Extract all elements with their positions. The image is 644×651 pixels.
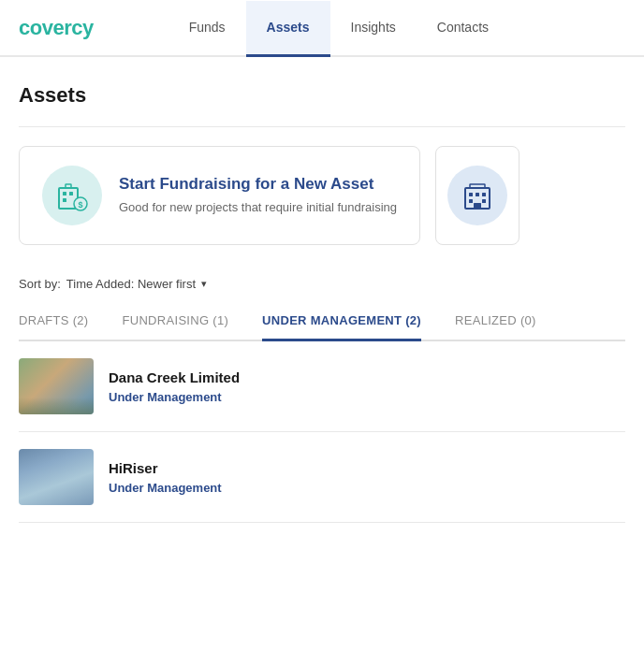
main-nav: Funds Assets Insights Contacts bbox=[168, 0, 509, 55]
building-icon bbox=[461, 179, 494, 212]
asset-info-dana-creek: Dana Creek Limited Under Management bbox=[109, 369, 625, 404]
nav-item-funds[interactable]: Funds bbox=[168, 1, 246, 57]
action-cards-row: $ Start Fundraising for a New Asset Good… bbox=[19, 127, 625, 264]
asset-item-hiriser[interactable]: HiRiser Under Management bbox=[19, 432, 625, 523]
sort-label: Sort by: bbox=[19, 277, 61, 291]
svg-rect-9 bbox=[476, 193, 479, 196]
svg-rect-14 bbox=[470, 184, 485, 188]
svg-rect-3 bbox=[63, 198, 66, 202]
main-content: Assets $ Start Fundraising for a New Ass… bbox=[0, 57, 644, 542]
svg-rect-2 bbox=[69, 192, 73, 195]
logo[interactable]: covercy bbox=[19, 16, 94, 40]
tab-drafts[interactable]: DRAFTS (2) bbox=[19, 302, 89, 341]
svg-rect-1 bbox=[63, 192, 66, 195]
fundraising-card-desc: Good for new projects that require initi… bbox=[119, 199, 397, 216]
tab-fundraising[interactable]: FUNDRAISING (1) bbox=[123, 302, 229, 341]
asset-status-dana-creek: Under Management bbox=[109, 390, 625, 404]
nav-item-contacts[interactable]: Contacts bbox=[417, 1, 509, 57]
tab-under-management[interactable]: UNDER MANAGEMENT (2) bbox=[262, 302, 421, 341]
asset-tabs: DRAFTS (2) FUNDRAISING (1) UNDER MANAGEM… bbox=[19, 300, 625, 341]
svg-text:$: $ bbox=[78, 200, 82, 210]
nav-item-assets[interactable]: Assets bbox=[246, 1, 330, 57]
fundraising-card-text: Start Fundraising for a New Asset Good f… bbox=[119, 175, 397, 216]
fundraising-card-title: Start Fundraising for a New Asset bbox=[119, 175, 397, 194]
asset-item-dana-creek[interactable]: Dana Creek Limited Under Management bbox=[19, 341, 625, 432]
asset-name-hiriser: HiRiser bbox=[109, 460, 625, 476]
asset-name-dana-creek: Dana Creek Limited bbox=[109, 369, 625, 385]
logo-text: covercy bbox=[19, 16, 94, 39]
nav-item-insights[interactable]: Insights bbox=[330, 1, 417, 57]
svg-rect-13 bbox=[474, 203, 481, 209]
svg-rect-12 bbox=[482, 199, 486, 203]
existing-card-icon-wrap bbox=[447, 166, 507, 225]
svg-rect-4 bbox=[66, 184, 71, 188]
start-fundraising-card[interactable]: $ Start Fundraising for a New Asset Good… bbox=[19, 146, 420, 245]
sort-value[interactable]: Time Added: Newer first bbox=[66, 277, 196, 291]
page-title: Assets bbox=[19, 83, 625, 108]
asset-thumbnail-dana-creek bbox=[19, 358, 94, 414]
svg-rect-10 bbox=[482, 193, 486, 196]
tab-realized[interactable]: REALIZED (0) bbox=[455, 302, 536, 341]
asset-status-hiriser: Under Management bbox=[109, 481, 625, 495]
fundraising-card-icon-wrap: $ bbox=[42, 166, 102, 225]
svg-rect-8 bbox=[469, 193, 473, 196]
building-money-icon: $ bbox=[53, 177, 91, 214]
asset-list: Dana Creek Limited Under Management HiRi… bbox=[19, 341, 625, 523]
existing-asset-card[interactable] bbox=[435, 146, 520, 245]
asset-thumbnail-hiriser bbox=[19, 449, 94, 505]
asset-info-hiriser: HiRiser Under Management bbox=[109, 460, 625, 495]
sort-row: Sort by: Time Added: Newer first ▾ bbox=[19, 264, 625, 300]
sort-arrow-icon[interactable]: ▾ bbox=[201, 278, 207, 290]
svg-rect-11 bbox=[469, 199, 473, 203]
header: covercy Funds Assets Insights Contacts bbox=[0, 0, 644, 56]
